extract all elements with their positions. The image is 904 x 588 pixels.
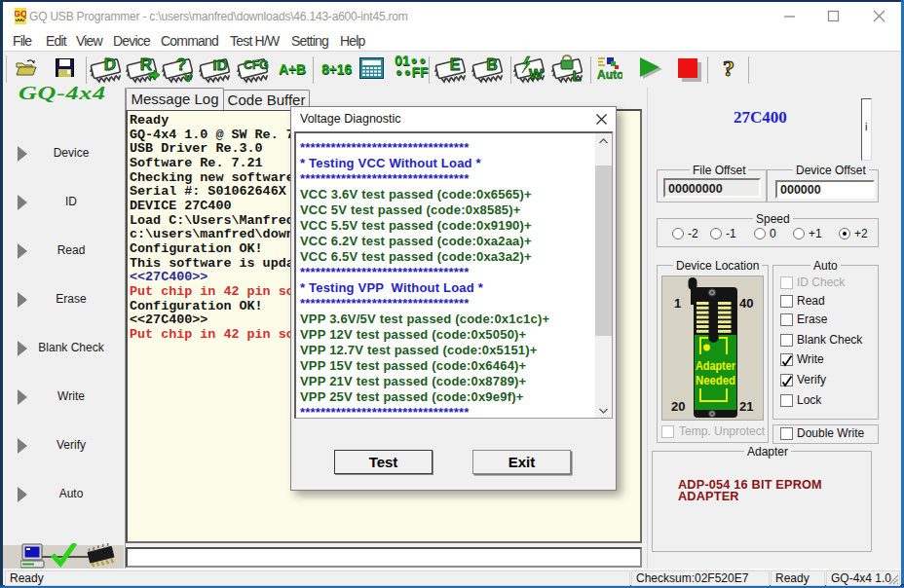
svg-text:ID: ID — [213, 56, 228, 73]
svg-text:Auto: Auto — [597, 68, 622, 82]
svg-text:CFG: CFG — [244, 58, 268, 72]
svg-text:GQ: GQ — [15, 9, 26, 18]
svg-text:21: 21 — [739, 399, 753, 414]
svg-text:D: D — [104, 55, 116, 74]
svg-text:E: E — [450, 56, 461, 73]
svg-text:B: B — [486, 56, 498, 73]
svg-text:1: 1 — [674, 296, 681, 311]
svg-text:Needed: Needed — [696, 373, 735, 387]
svg-text:Adapter: Adapter — [696, 358, 735, 373]
svg-text:20: 20 — [671, 399, 685, 414]
svg-text:V: V — [184, 70, 193, 85]
svg-text:R: R — [140, 55, 152, 74]
svg-text:W: W — [529, 65, 544, 82]
svg-text:L: L — [572, 67, 581, 84]
svg-text:?: ? — [723, 55, 734, 81]
svg-text:40: 40 — [739, 296, 753, 311]
